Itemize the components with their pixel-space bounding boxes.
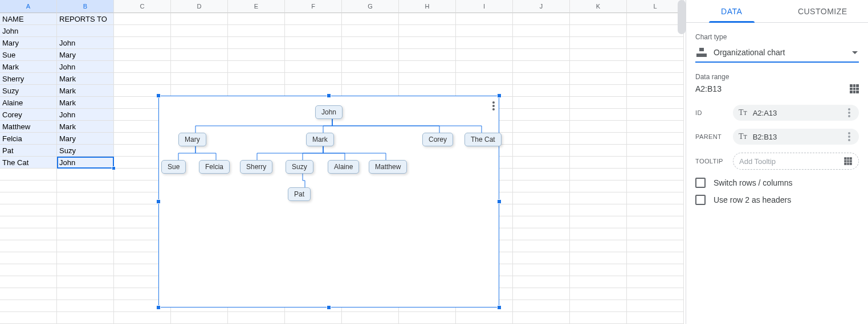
- column-header-E[interactable]: E: [228, 0, 285, 13]
- cell[interactable]: [513, 85, 570, 97]
- cell[interactable]: [342, 312, 399, 324]
- cell[interactable]: [171, 312, 228, 324]
- cell[interactable]: [513, 49, 570, 61]
- cell[interactable]: [456, 49, 513, 61]
- org-node[interactable]: Matthew: [369, 160, 407, 174]
- cell[interactable]: [456, 73, 513, 85]
- cell[interactable]: [399, 37, 456, 49]
- cell[interactable]: [399, 85, 456, 97]
- cell[interactable]: [57, 240, 114, 252]
- cell[interactable]: [456, 85, 513, 97]
- cell[interactable]: [513, 37, 570, 49]
- cell[interactable]: [627, 312, 684, 324]
- cell[interactable]: [0, 216, 57, 228]
- cell[interactable]: [513, 192, 570, 204]
- cell[interactable]: [513, 13, 570, 25]
- cell[interactable]: [513, 312, 570, 324]
- cell[interactable]: [399, 73, 456, 85]
- switch-rows-columns-checkbox[interactable]: Switch rows / columns: [695, 178, 859, 188]
- cell[interactable]: [57, 169, 114, 181]
- cell[interactable]: [627, 85, 684, 97]
- cell[interactable]: [285, 61, 342, 73]
- cell[interactable]: [570, 121, 627, 133]
- cell[interactable]: Mark: [57, 73, 114, 85]
- cell[interactable]: Alaine: [0, 97, 57, 109]
- cell[interactable]: [627, 276, 684, 288]
- cell[interactable]: [513, 216, 570, 228]
- cell[interactable]: [171, 61, 228, 73]
- cell[interactable]: [570, 264, 627, 276]
- cell[interactable]: Corey: [0, 109, 57, 121]
- chart-container[interactable]: JohnMaryMarkCoreyThe CatSueFelciaSherryS…: [158, 96, 499, 307]
- cell[interactable]: [114, 13, 171, 25]
- column-header-D[interactable]: D: [171, 0, 228, 13]
- cell[interactable]: [171, 13, 228, 25]
- cell[interactable]: [627, 61, 684, 73]
- cell[interactable]: [57, 204, 114, 216]
- cell[interactable]: [513, 228, 570, 240]
- cell[interactable]: [114, 49, 171, 61]
- cell[interactable]: [456, 13, 513, 25]
- cell[interactable]: [627, 37, 684, 49]
- cell[interactable]: [285, 37, 342, 49]
- org-node[interactable]: Alaine: [328, 160, 359, 174]
- vertical-scrollbar[interactable]: [678, 0, 686, 34]
- cell[interactable]: [399, 312, 456, 324]
- cell[interactable]: [114, 61, 171, 73]
- org-node[interactable]: Suzy: [286, 160, 313, 174]
- cell[interactable]: [57, 228, 114, 240]
- cell[interactable]: [570, 169, 627, 181]
- cell[interactable]: [627, 300, 684, 312]
- cell[interactable]: [513, 288, 570, 300]
- resize-handle[interactable]: [327, 305, 331, 310]
- cell[interactable]: [627, 121, 684, 133]
- cell[interactable]: [456, 25, 513, 37]
- cell[interactable]: Mary: [0, 37, 57, 49]
- cell[interactable]: [57, 264, 114, 276]
- cell[interactable]: [570, 97, 627, 109]
- cell[interactable]: [399, 25, 456, 37]
- cell[interactable]: [513, 276, 570, 288]
- cell[interactable]: NAME: [0, 13, 57, 25]
- cell[interactable]: [0, 204, 57, 216]
- cell[interactable]: [570, 85, 627, 97]
- cell[interactable]: [399, 49, 456, 61]
- cell[interactable]: [513, 25, 570, 37]
- use-row2-headers-checkbox[interactable]: Use row 2 as headers: [695, 195, 859, 205]
- cell[interactable]: [627, 13, 684, 25]
- cell[interactable]: [342, 73, 399, 85]
- cell[interactable]: [627, 240, 684, 252]
- resize-handle[interactable]: [327, 93, 331, 98]
- cell[interactable]: [228, 312, 285, 324]
- cell[interactable]: [570, 192, 627, 204]
- cell[interactable]: [228, 73, 285, 85]
- cell[interactable]: Felcia: [0, 133, 57, 145]
- resize-handle[interactable]: [156, 305, 161, 310]
- cell[interactable]: [627, 169, 684, 181]
- cell[interactable]: [627, 109, 684, 121]
- column-header-L[interactable]: L: [627, 0, 684, 13]
- cell[interactable]: [570, 228, 627, 240]
- more-options-icon[interactable]: [845, 108, 853, 117]
- cell[interactable]: John: [0, 25, 57, 37]
- cell[interactable]: [570, 240, 627, 252]
- org-chart[interactable]: JohnMaryMarkCoreyThe CatSueFelciaSherryS…: [158, 96, 499, 307]
- cell[interactable]: [627, 145, 684, 157]
- cell[interactable]: [285, 13, 342, 25]
- cell[interactable]: [570, 37, 627, 49]
- cell[interactable]: [570, 216, 627, 228]
- cell[interactable]: [627, 97, 684, 109]
- column-header-I[interactable]: I: [456, 0, 513, 13]
- cell[interactable]: [513, 252, 570, 264]
- cell[interactable]: [285, 312, 342, 324]
- cell[interactable]: John: [57, 157, 114, 169]
- cell[interactable]: [57, 300, 114, 312]
- select-range-icon[interactable]: [844, 157, 852, 165]
- cell[interactable]: Mark: [57, 85, 114, 97]
- cell[interactable]: [57, 25, 114, 37]
- cell[interactable]: [57, 216, 114, 228]
- cell[interactable]: [57, 252, 114, 264]
- cell[interactable]: [0, 288, 57, 300]
- cell[interactable]: [513, 181, 570, 192]
- cell[interactable]: [114, 73, 171, 85]
